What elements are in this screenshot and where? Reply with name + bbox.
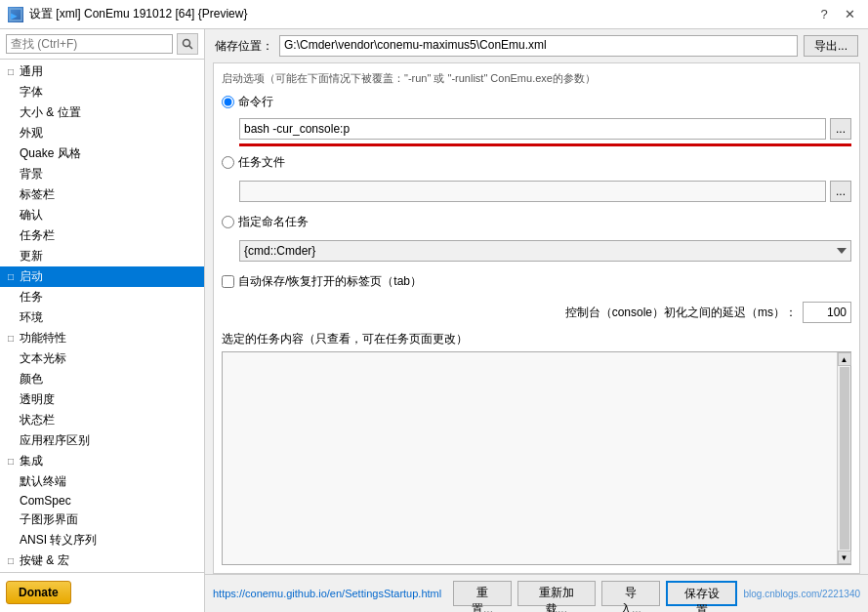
- tree-item-statusbar[interactable]: 状态栏: [0, 410, 204, 430]
- right-panel: 储存位置： G:\Cmder\vendor\conemu-maximus5\Co…: [205, 29, 868, 612]
- tree-item-tasks[interactable]: 任务: [0, 287, 204, 307]
- app-icon: ▶: [8, 7, 23, 22]
- tree-item-colors[interactable]: 颜色: [0, 369, 204, 389]
- title-bar-left: ▶ 设置 [xml] ConEmu 191012 [64] {Preview}: [8, 6, 247, 22]
- close-button[interactable]: ✕: [839, 4, 860, 25]
- reload-button[interactable]: 重新加载...: [517, 581, 596, 606]
- tree-label-tabbar: 标签栏: [20, 186, 55, 203]
- main-container: □ 通用 字体 大小 & 位置 外观 Quake 风格 背景: [0, 29, 868, 612]
- tree-label-comspec: ComSpec: [20, 494, 71, 508]
- tree-item-size-pos[interactable]: 大小 & 位置: [0, 102, 204, 123]
- console-delay-input[interactable]: [803, 302, 851, 323]
- search-bar: [0, 29, 204, 60]
- cmd-line-radio-label: 命令行: [238, 94, 273, 110]
- task-content-textarea[interactable]: [223, 352, 850, 564]
- tree-item-general[interactable]: □ 通用: [0, 61, 204, 82]
- tree-item-font[interactable]: 字体: [0, 82, 204, 102]
- collapse-icon-startup: □: [4, 270, 18, 284]
- search-input[interactable]: [6, 34, 173, 54]
- task-file-browse-button[interactable]: ...: [830, 181, 851, 202]
- textarea-scrollbar: ▲ ▼: [837, 352, 850, 564]
- tree-item-text-cursor[interactable]: 文本光标: [0, 348, 204, 369]
- task-file-input[interactable]: [239, 181, 826, 202]
- tree-item-transparency[interactable]: 透明度: [0, 389, 204, 410]
- tree-item-comspec[interactable]: ComSpec: [0, 492, 204, 510]
- donate-button[interactable]: Donate: [6, 581, 71, 604]
- tree-label-appearance: 外观: [20, 125, 43, 142]
- tree-label-sub-figure: 子图形界面: [20, 511, 78, 528]
- window-title: 设置 [xml] ConEmu 191012 [64] {Preview}: [29, 6, 247, 22]
- tree-label-bg: 背景: [20, 166, 43, 183]
- cmd-input-row: ...: [239, 118, 851, 140]
- collapse-icon-general: □: [4, 65, 18, 79]
- tree-item-update[interactable]: 更新: [0, 246, 204, 266]
- svg-text:▶: ▶: [11, 12, 18, 20]
- title-bar: ▶ 设置 [xml] ConEmu 191012 [64] {Preview} …: [0, 0, 868, 29]
- tree-item-taskbar[interactable]: 任务栏: [0, 225, 204, 246]
- scroll-up-arrow[interactable]: ▲: [838, 352, 851, 366]
- tree-label-text-cursor: 文本光标: [20, 350, 66, 367]
- tree-view: □ 通用 字体 大小 & 位置 外观 Quake 风格 背景: [0, 60, 204, 572]
- tree-item-app-distinct[interactable]: 应用程序区别: [0, 430, 204, 451]
- export-button[interactable]: 导出...: [804, 35, 858, 57]
- tree-item-quake[interactable]: Quake 风格: [0, 143, 204, 164]
- tree-item-features[interactable]: □ 功能特性: [0, 328, 204, 348]
- named-task-radio[interactable]: [222, 216, 234, 228]
- tree-label-update: 更新: [20, 248, 43, 265]
- radio-group: 命令行 ... 任务文件 ...: [222, 94, 851, 331]
- named-task-select[interactable]: {cmd::Cmder}: [239, 240, 851, 262]
- tree-item-environment[interactable]: 环境: [0, 307, 204, 328]
- search-icon: [182, 38, 193, 50]
- tree-label-default-term: 默认终端: [20, 473, 66, 490]
- tree-label-features: 功能特性: [20, 330, 66, 347]
- tree-label-keys-macros: 按键 & 宏: [20, 552, 69, 569]
- tree-label-taskbar: 任务栏: [20, 227, 55, 244]
- scroll-down-arrow[interactable]: ▼: [838, 551, 851, 564]
- tree-label-size-pos: 大小 & 位置: [20, 104, 81, 121]
- save-button[interactable]: 保存设置: [666, 581, 738, 606]
- import-button[interactable]: 导入...: [601, 581, 660, 606]
- tree-item-keys-macros[interactable]: □ 按键 & 宏: [0, 551, 204, 571]
- tree-item-tabbar[interactable]: 标签栏: [0, 184, 204, 205]
- cmd-input[interactable]: [239, 118, 826, 140]
- auto-save-row: 自动保存/恢复打开的标签页（tab）: [222, 273, 851, 290]
- tree-label-font: 字体: [20, 84, 43, 101]
- search-button[interactable]: [177, 33, 198, 55]
- donate-area: Donate: [0, 572, 204, 612]
- task-file-radio-label: 任务文件: [238, 154, 285, 171]
- scroll-thumb: [840, 367, 849, 550]
- reset-button[interactable]: 重置...: [453, 581, 512, 606]
- tree-label-confirm: 确认: [20, 207, 43, 224]
- tree-item-integration[interactable]: □ 集成: [0, 451, 204, 471]
- storage-path: G:\Cmder\vendor\conemu-maximus5\ConEmu.x…: [279, 35, 798, 57]
- task-file-radio[interactable]: [222, 156, 234, 169]
- tree-item-ansi-seq[interactable]: ANSI 转义序列: [0, 530, 204, 551]
- auto-save-label: 自动保存/恢复打开的标签页（tab）: [238, 273, 422, 290]
- tree-item-sub-figure[interactable]: 子图形界面: [0, 510, 204, 530]
- task-content-label: 选定的任务内容（只查看，可在任务页面更改）: [222, 331, 851, 347]
- auto-save-checkbox[interactable]: [222, 275, 234, 288]
- task-file-radio-row: 任务文件: [222, 154, 851, 171]
- content-area: 启动选项（可能在下面情况下被覆盖："-run" 或 "-runlist" Con…: [213, 62, 860, 574]
- help-button[interactable]: ?: [813, 4, 835, 25]
- storage-row: 储存位置： G:\Cmder\vendor\conemu-maximus5\Co…: [205, 29, 868, 62]
- blog-link: blog.cnblogs.com/2221340: [743, 589, 860, 599]
- task-file-input-row: ...: [239, 181, 851, 202]
- tree-label-environment: 环境: [20, 309, 43, 326]
- tree-item-startup[interactable]: □ 启动: [0, 266, 204, 287]
- tree-label-quake: Quake 风格: [20, 145, 81, 162]
- collapse-icon-keys: □: [4, 554, 18, 568]
- tree-item-default-term[interactable]: 默认终端: [0, 471, 204, 492]
- help-link[interactable]: https://conemu.github.io/en/SettingsStar…: [213, 588, 441, 599]
- title-bar-controls: ? ✕: [813, 4, 860, 25]
- storage-label: 储存位置：: [215, 38, 273, 55]
- tree-item-confirm[interactable]: 确认: [0, 205, 204, 225]
- cmd-line-radio[interactable]: [222, 96, 234, 108]
- cmd-line-radio-row: 命令行: [222, 94, 851, 110]
- tree-item-bg[interactable]: 背景: [0, 164, 204, 184]
- startup-hint: 启动选项（可能在下面情况下被覆盖："-run" 或 "-runlist" Con…: [222, 71, 851, 86]
- tree-item-appearance[interactable]: 外观: [0, 123, 204, 143]
- tree-label-integration: 集成: [20, 453, 43, 469]
- cmd-browse-button[interactable]: ...: [830, 118, 851, 140]
- tree-label-tasks: 任务: [20, 289, 43, 306]
